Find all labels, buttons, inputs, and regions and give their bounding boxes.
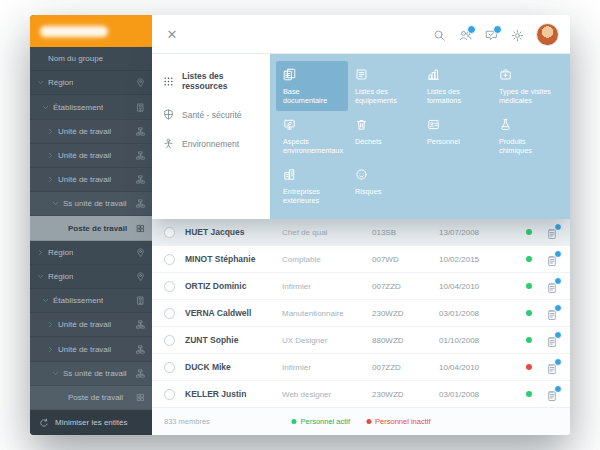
chevron-right-icon xyxy=(47,321,54,328)
close-menu-button[interactable]: ✕ xyxy=(152,27,192,42)
menu-item-environnement[interactable]: Environnement xyxy=(152,129,270,158)
sidebar-item-unite-de-travail[interactable]: Unité de travail xyxy=(30,313,152,337)
badge xyxy=(554,385,562,393)
member-date: 03/01/2008 xyxy=(439,309,515,318)
legend-inactive-label: Personnel inactif xyxy=(375,417,430,426)
row-select-radio[interactable] xyxy=(164,362,175,373)
row-document-button[interactable] xyxy=(546,280,558,292)
row-select-radio[interactable] xyxy=(164,281,175,292)
users-button[interactable] xyxy=(459,28,472,41)
menu-tiles: Base documentaire Listes des équipements… xyxy=(270,54,570,219)
notification-badge xyxy=(493,25,502,34)
main-area: ✕ HUET Jacques Chef de qual 013SB 13/07/… xyxy=(152,15,570,435)
sidebar-item-unite-de-travail[interactable]: Unité de travail xyxy=(30,144,152,168)
menu-tile-label: Risques xyxy=(355,187,413,196)
menu-item-listes-des-ressources[interactable]: Listes des ressources xyxy=(152,62,270,100)
gear-icon xyxy=(511,29,524,42)
minimize-entities-button[interactable]: Minimiser les entités xyxy=(30,410,152,435)
menu-tile-entreprises-exterieures[interactable]: Entreprises extérieures xyxy=(276,161,348,211)
environment-icon xyxy=(283,118,296,131)
sidebar-item-unite-de-travail[interactable]: Unité de travail xyxy=(30,120,152,144)
avatar[interactable] xyxy=(537,24,558,45)
menu-tile-dechets[interactable]: Déchets xyxy=(348,111,420,161)
sidebar-item-unite-de-travail[interactable]: Unité de travail xyxy=(30,337,152,361)
gear-button[interactable] xyxy=(511,28,524,41)
sidebar-item-unite-de-travail[interactable]: Unité de travail xyxy=(30,168,152,192)
menu-tile-label: Listes des équipements xyxy=(355,87,413,105)
personnel-icon xyxy=(427,118,440,131)
orgchart-icon xyxy=(136,175,145,184)
row-select-radio[interactable] xyxy=(164,227,175,238)
row-document-button[interactable] xyxy=(546,334,558,346)
app-window: Nom du groupe Région Établissement Unité… xyxy=(30,15,570,435)
menu-tile-listes-des-formations[interactable]: Listes des formations xyxy=(420,61,492,111)
badge xyxy=(554,331,562,339)
sidebar-item-region[interactable]: Région xyxy=(30,241,152,265)
sidebar-item-region[interactable]: Région xyxy=(30,265,152,289)
row-document-button[interactable] xyxy=(546,361,558,373)
sidebar-item-label: Nom du groupe xyxy=(48,54,103,63)
legend-inactive: Personnel inactif xyxy=(366,417,430,426)
row-document-button[interactable] xyxy=(546,388,558,400)
row-document-button[interactable] xyxy=(546,307,558,319)
chevron-down-icon xyxy=(52,370,59,377)
member-role: Infirmier xyxy=(282,282,372,291)
menu-tile-base-documentaire[interactable]: Base documentaire xyxy=(276,61,348,111)
menu-item-label: Listes des ressources xyxy=(182,71,259,91)
menu-tile-label: Aspects environnementaux xyxy=(283,137,341,155)
search-button[interactable] xyxy=(433,28,446,41)
chevron-right-icon xyxy=(47,152,54,159)
sidebar-item-etablissement[interactable]: Établissement xyxy=(30,95,152,119)
sidebar-item-poste-de-travail[interactable]: Poste de travail xyxy=(30,386,152,410)
member-date: 10/04/2010 xyxy=(439,363,515,372)
notification-badge xyxy=(467,25,476,34)
row-select-radio[interactable] xyxy=(164,335,175,346)
member-name: VERNA Caldwell xyxy=(185,308,282,318)
member-role: Comptable xyxy=(282,255,372,264)
sidebar-item-region[interactable]: Région xyxy=(30,71,152,95)
sidebar-item-label: Unité de travail xyxy=(58,175,111,184)
orgchart-icon xyxy=(136,345,145,354)
chevron-right-icon xyxy=(37,249,44,256)
badge xyxy=(554,250,562,258)
sidebar-item-etablissement[interactable]: Établissement xyxy=(30,289,152,313)
menu-tile-aspects-environnementaux[interactable]: Aspects environnementaux xyxy=(276,111,348,161)
row-document-button[interactable] xyxy=(546,226,558,238)
member-code: 880WZD xyxy=(372,336,439,345)
member-role: Manutentionnaire xyxy=(282,309,372,318)
grid-icon xyxy=(163,76,174,87)
row-select-radio[interactable] xyxy=(164,254,175,265)
orgchart-icon xyxy=(136,151,145,160)
topbar: ✕ xyxy=(152,15,570,54)
menu-tile-types-de-visites-medicales[interactable]: Types de visites médicales xyxy=(492,61,564,111)
member-name: ORTIZ Dominic xyxy=(185,281,282,291)
member-name: ZUNT Sophie xyxy=(185,335,282,345)
menu-tile-listes-des-equipements[interactable]: Listes des équipements xyxy=(348,61,420,111)
sidebar-item-poste-de-travail[interactable]: Poste de travail xyxy=(30,216,152,240)
row-document-button[interactable] xyxy=(546,253,558,265)
badge xyxy=(554,277,562,285)
member-date: 01/10/2008 xyxy=(439,336,515,345)
messages-button[interactable] xyxy=(485,28,498,41)
orgchart-icon xyxy=(136,199,145,208)
table-row: DUCK Mike Infirmier 007ZZD 10/04/2010 xyxy=(152,354,570,381)
badge xyxy=(554,223,562,231)
member-code: 007WD xyxy=(372,255,439,264)
menu-tile-produits-chimiques[interactable]: Produits chimiques xyxy=(492,111,564,161)
menu-tile-risques[interactable]: Risques xyxy=(348,161,420,211)
menu-tile-label: Entreprises extérieures xyxy=(283,187,341,205)
sidebar-item-label: Ss unité de travail xyxy=(63,369,127,378)
building-icon xyxy=(136,103,145,112)
chevron-spacer xyxy=(57,225,64,232)
sidebar-item-nom-du-groupe[interactable]: Nom du groupe xyxy=(30,47,152,71)
menu-tile-personnel[interactable]: Personnel xyxy=(420,111,492,161)
company-icon xyxy=(283,168,296,181)
sidebar-item-ss-unite-de-travail[interactable]: Ss unité de travail xyxy=(30,362,152,386)
row-select-radio[interactable] xyxy=(164,389,175,400)
sidebar-item-label: Unité de travail xyxy=(58,320,111,329)
sidebar-item-ss-unite-de-travail[interactable]: Ss unité de travail xyxy=(30,192,152,216)
row-select-radio[interactable] xyxy=(164,308,175,319)
sidebar-item-label: Région xyxy=(48,248,73,257)
member-date: 10/04/2010 xyxy=(439,282,515,291)
menu-item-sante-securite[interactable]: Santé - sécurité xyxy=(152,100,270,129)
